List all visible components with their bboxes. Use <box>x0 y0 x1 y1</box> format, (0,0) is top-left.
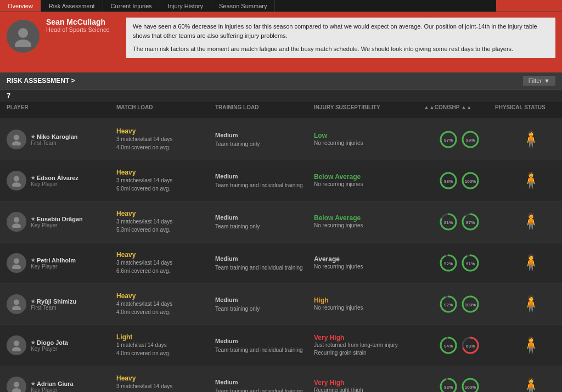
player-name: ★ Petri Ahlholm <box>31 257 76 264</box>
player-role: Key Player <box>31 387 74 393</box>
physical-status-cell: 🧍 <box>495 255 562 271</box>
body-figure-icon: 🧍 <box>521 255 541 271</box>
training-load-cell: Medium Team training only <box>215 131 314 148</box>
tab-current-injuries[interactable]: Current Injuries <box>103 0 160 12</box>
filter-button[interactable]: Filter ▼ <box>523 76 555 86</box>
svg-text:100%: 100% <box>465 303 476 307</box>
svg-point-42 <box>14 340 19 346</box>
match-load-value: Heavy <box>116 374 215 382</box>
player-name: ★ Edson Álvarez <box>31 175 78 181</box>
player-name: ★ Diogo Jota <box>31 339 68 346</box>
player-info: ★ Eusebiu Drăgan Key Player <box>31 216 83 228</box>
table-row[interactable]: ★ Eusebiu Drăgan Key Player Heavy 3 matc… <box>0 201 562 243</box>
player-cell: ★ Eusebiu Drăgan Key Player <box>7 212 116 232</box>
svg-text:92%: 92% <box>444 303 453 307</box>
con-shp-cell: 97% 99% <box>424 130 495 149</box>
training-load-value: Medium <box>215 131 314 140</box>
training-load-value: Medium <box>215 295 314 305</box>
body-figure-icon: 🧍 <box>521 173 541 188</box>
physical-status-cell: 🧍 <box>495 338 562 353</box>
col-training-load: TRAINING LOAD <box>215 104 314 116</box>
training-load-cell: Medium Team training and individual trai… <box>215 378 314 392</box>
svg-point-26 <box>14 258 19 264</box>
col-con-shp[interactable]: ▲▲CON/SHP ▲▲ <box>424 104 495 116</box>
svg-point-1 <box>15 40 31 47</box>
susceptibility-value: Below Average <box>314 173 424 181</box>
header-message-2: The main risk factors at the moment are … <box>133 44 549 54</box>
con-shp-cell: 98% 100% <box>424 171 495 191</box>
svg-point-19 <box>12 223 21 228</box>
training-load-detail: Team training and individual training <box>215 346 314 354</box>
svg-point-11 <box>12 182 21 187</box>
table-row[interactable]: ★ Ryūji Shimizu First Team Heavy 4 match… <box>0 284 562 325</box>
player-cell: ★ Diogo Jota Key Player <box>7 335 116 355</box>
tab-overview[interactable]: Overview <box>0 0 41 12</box>
susceptibility-cell: Low No recurring injuries <box>314 132 424 147</box>
match-load-cell: Heavy 4 matches/last 14 days4.0mi covere… <box>116 292 215 316</box>
table-row[interactable]: ★ Edson Álvarez Key Player Heavy 3 match… <box>0 160 562 201</box>
player-name: ★ Adrian Giura <box>31 380 74 387</box>
training-load-detail: Team training only <box>215 140 314 148</box>
staff-info: Sean McCullagh Head of Sports Science <box>46 18 117 33</box>
match-load-detail: 3 matches/last 14 days4.0mi covered on a… <box>116 135 215 152</box>
training-load-cell: Medium Team training and individual trai… <box>215 337 314 354</box>
col-injury-susceptibility: INJURY SUSCEPTIBILITY <box>314 104 424 116</box>
svg-point-43 <box>12 347 21 351</box>
training-load-value: Medium <box>215 378 314 387</box>
training-load-value: Medium <box>215 254 314 264</box>
star-icon: ★ <box>31 175 35 181</box>
tab-risk-assessment[interactable]: Risk Assessment <box>41 0 103 12</box>
player-avatar <box>7 130 26 149</box>
susceptibility-cell: Below Average No recurring injuries <box>314 173 424 188</box>
match-load-value: Heavy <box>116 127 215 135</box>
tab-injury-history[interactable]: Injury History <box>160 0 211 12</box>
match-load-detail: 4 matches/last 14 days4.0mi covered on a… <box>116 300 215 316</box>
star-icon: ★ <box>31 340 35 345</box>
svg-point-0 <box>18 28 28 38</box>
star-icon: ★ <box>31 134 35 139</box>
con-shp-cell: 81% 87% <box>424 212 495 232</box>
susceptibility-value: High <box>314 296 424 304</box>
susceptibility-cell: Below Average No recurring injuries <box>314 214 424 229</box>
svg-text:93%: 93% <box>444 385 453 390</box>
player-avatar <box>7 171 26 191</box>
nav-spacer <box>275 0 496 12</box>
physical-status-cell: 🧍 <box>495 173 562 188</box>
susceptibility-detail: No recurring injuries <box>314 181 424 188</box>
physical-status-cell: 🧍 <box>495 214 562 229</box>
svg-text:92%: 92% <box>444 261 453 266</box>
tab-season-summary[interactable]: Season Summary <box>211 0 275 12</box>
match-load-value: Heavy <box>116 210 215 217</box>
match-load-value: Heavy <box>116 292 215 300</box>
physical-status-cell: 🧍 <box>495 132 562 147</box>
risk-section-title[interactable]: RISK ASSESSMENT > <box>7 77 75 85</box>
match-load-cell: Heavy 3 matches/last 14 days6.0mi covere… <box>116 374 215 392</box>
match-load-cell: Light 1 match/last 14 days4.0mi covered … <box>116 333 215 357</box>
table-row[interactable]: ★ Niko Karoglan First Team Heavy 3 match… <box>0 119 562 160</box>
svg-text:98%: 98% <box>444 179 453 184</box>
header-message-1: We have seen a 60% decrease in injuries … <box>133 22 549 40</box>
training-load-value: Medium <box>215 172 314 181</box>
player-cell: ★ Niko Karoglan First Team <box>7 130 116 149</box>
training-load-cell: Medium Team training only <box>215 213 314 231</box>
con-shp-cell: 92% 100% <box>424 294 495 314</box>
player-cell: ★ Ryūji Shimizu First Team <box>7 294 116 314</box>
player-info: ★ Adrian Giura Key Player <box>31 380 74 393</box>
player-info: ★ Petri Ahlholm Key Player <box>31 257 76 270</box>
table-row[interactable]: ★ Petri Ahlholm Key Player Heavy 3 match… <box>0 243 562 284</box>
training-load-cell: Medium Team training and individual trai… <box>215 254 314 272</box>
training-load-cell: Medium Team training only <box>215 295 314 313</box>
susceptibility-value: Below Average <box>314 214 424 222</box>
filter-label: Filter <box>529 77 542 84</box>
nav-right-accent <box>496 0 562 12</box>
chevron-down-icon: ▼ <box>544 77 550 84</box>
player-avatar <box>7 212 26 232</box>
player-name: ★ Niko Karoglan <box>31 133 78 140</box>
con-shp-cell: 93% 100% <box>424 377 495 392</box>
table-row[interactable]: ★ Adrian Giura Key Player Heavy 3 matche… <box>0 366 562 392</box>
table-row[interactable]: ★ Diogo Jota Key Player Light 1 match/la… <box>0 325 562 366</box>
player-role: Key Player <box>31 181 78 187</box>
star-icon: ★ <box>31 299 35 304</box>
player-info: ★ Niko Karoglan First Team <box>31 133 78 146</box>
player-cell: ★ Adrian Giura Key Player <box>7 377 116 392</box>
